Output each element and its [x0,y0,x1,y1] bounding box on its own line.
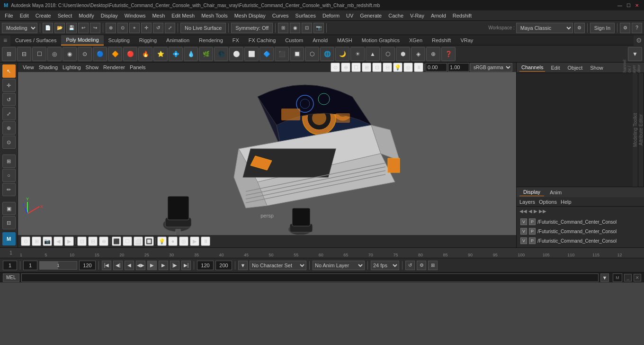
gamma-dropdown[interactable]: sRGB gamma [470,63,512,72]
tab-xgen[interactable]: XGen [404,35,427,45]
toolbar-icon-4[interactable]: ◎ [47,47,62,61]
vp-bottom-1[interactable]: ⊙ [21,236,30,246]
rotate-tool[interactable]: ↺ [153,23,163,33]
tab-sculpting[interactable]: Sculpting [104,35,134,45]
anim-layer-dropdown[interactable]: No Anim Layer [313,261,365,270]
toolbar-icon-8[interactable]: 🔶 [108,47,122,61]
toolbar-icon-22[interactable]: 🌐 [320,47,334,61]
new-file-button[interactable]: 📄 [43,23,53,33]
universal-tool[interactable]: ⊕ [2,121,16,135]
sign-in-button[interactable]: Sign In [590,23,615,33]
menu-windows[interactable]: Windows [122,12,149,19]
close-button[interactable]: ✕ [634,2,640,9]
toolbar-icon-29[interactable]: ⊕ [426,47,440,61]
tab-rigging[interactable]: Rigging [134,35,161,45]
menu-display[interactable]: Display [98,12,121,19]
lasso-select[interactable]: ○ [2,169,16,182]
char-set-toggle[interactable]: ▼ [238,261,248,270]
tab-display[interactable]: Display [519,188,544,196]
tab-channels[interactable]: Channels [519,64,545,72]
layer-item-2[interactable]: V P /Futuristic_Command_Center_Consol [519,227,641,236]
tab-custom[interactable]: Custom [280,35,308,45]
menu-edit[interactable]: Edit [17,12,32,19]
viewport[interactable]: View Shading Lighting Show Renderer Pane… [18,63,516,247]
move-tool[interactable]: ✛ [141,23,152,33]
command-history-btn[interactable]: ▼ [600,273,609,282]
tab-fx[interactable]: FX [228,35,244,45]
tab-rendering[interactable]: Rendering [194,35,228,45]
toolbar-icon-16[interactable]: ⚪ [229,47,243,61]
rotate-tool-left[interactable]: ↺ [2,93,16,106]
menu-surfaces[interactable]: Surfaces [293,12,319,19]
vp-bottom-ao[interactable]: ◎ [179,236,188,246]
open-file-button[interactable]: 📂 [54,23,65,33]
menu-arnold[interactable]: Arnold [428,12,449,19]
viewport-show-menu[interactable]: Show [86,64,99,70]
vp-bottom-3[interactable]: ◀ [54,236,63,246]
transport-next[interactable]: ▶ [159,261,168,270]
toolbar-icon-2[interactable]: ⊟ [17,47,31,61]
layer-item-3[interactable]: V P /Futuristic_Command_Center_Consol [519,236,641,245]
mel-mode-button[interactable]: MEL [3,273,19,282]
menu-modify[interactable]: Modify [76,12,97,19]
tabs-toggle[interactable]: ≡ [0,35,10,45]
command-input[interactable] [21,273,599,282]
tab-show[interactable]: Show [588,64,605,72]
title-bar-controls[interactable]: — ☐ ✕ [617,2,640,9]
tab-fx-caching[interactable]: FX Caching [244,35,280,45]
vp-bottom-shaded[interactable]: ⬜ [134,236,143,246]
toolbar-icon-13[interactable]: 💧 [184,47,198,61]
tab-motion-graphics[interactable]: Motion Graphics [357,35,404,45]
transport-next-key[interactable]: |▶ [170,261,179,270]
tab-help-layer[interactable]: Help [561,199,572,205]
menu-redshift[interactable]: Redshift [450,12,474,19]
toolbar-icon-27[interactable]: ⬢ [396,47,410,61]
menu-mesh-tools[interactable]: Mesh Tools [198,12,230,19]
snap-grid-button[interactable]: ⊞ [278,23,288,33]
toolbar-icon-23[interactable]: 🌙 [335,47,349,61]
current-frame-input[interactable] [3,261,17,270]
viewport-view-menu[interactable]: View [23,64,34,70]
select-tool[interactable]: ⊕ [106,23,116,33]
tab-vray[interactable]: VRay [456,35,478,45]
menu-cache[interactable]: Cache [385,12,406,19]
menu-edit-mesh[interactable]: Edit Mesh [169,12,197,19]
tab-mash[interactable]: MASH [332,35,357,45]
scene-area[interactable]: persp X Y Z [18,72,516,235]
vp-bottom-render[interactable]: ▶ [190,236,199,246]
transport-end[interactable]: ▶| [181,261,191,270]
menu-generate[interactable]: Generate [357,12,385,19]
menu-curves[interactable]: Curves [269,12,292,19]
soft-select-tool[interactable]: ⊙ [2,136,16,149]
tab-anim[interactable]: Anim [546,189,565,196]
vp-bottom-light[interactable]: 💡 [157,236,167,246]
scale-tool-left[interactable]: ⤢ [2,107,16,120]
layer-nav-left[interactable]: ◀◀ [519,209,527,214]
tab-layers[interactable]: Layers [519,199,535,205]
range-slider[interactable]: 1 [39,261,77,270]
select-tool-left[interactable]: ↖ [2,64,16,78]
script-close-btn[interactable]: ✕ [634,274,641,281]
layer-p-2[interactable]: P [529,228,536,235]
menu-deform[interactable]: Deform [320,12,342,19]
tab-options-layer[interactable]: Options [539,199,557,205]
viewport-shading-menu[interactable]: Shading [39,64,58,70]
gamma2-input[interactable] [448,63,469,72]
lasso-tool[interactable]: ⊙ [117,23,128,33]
vp-bottom-pause[interactable]: ⏸ [201,236,210,246]
layer-p-3[interactable]: P [529,237,536,244]
toolbar-icon-18[interactable]: 🔷 [259,47,274,61]
toolbar-icon-21[interactable]: ⬡ [305,47,319,61]
anim-prefs[interactable]: ⚙ [417,261,426,270]
marquee-select[interactable]: ▣ [2,202,16,215]
maximize-button[interactable]: ☐ [625,2,632,9]
anim-end-input[interactable] [197,261,214,270]
toolbar-icon-5[interactable]: ◉ [63,47,77,61]
fps-dropdown[interactable]: 24 fps [371,261,399,270]
settings-button[interactable]: ⚙ [620,23,630,33]
tab-redshift[interactable]: Redshift [427,35,456,45]
mode-dropdown[interactable]: Modeling [2,23,37,33]
toolbar-icon-20[interactable]: 🔲 [290,47,304,61]
vp-bottom-2[interactable]: ⊞ [32,236,41,246]
layer-v-3[interactable]: V [520,237,527,244]
